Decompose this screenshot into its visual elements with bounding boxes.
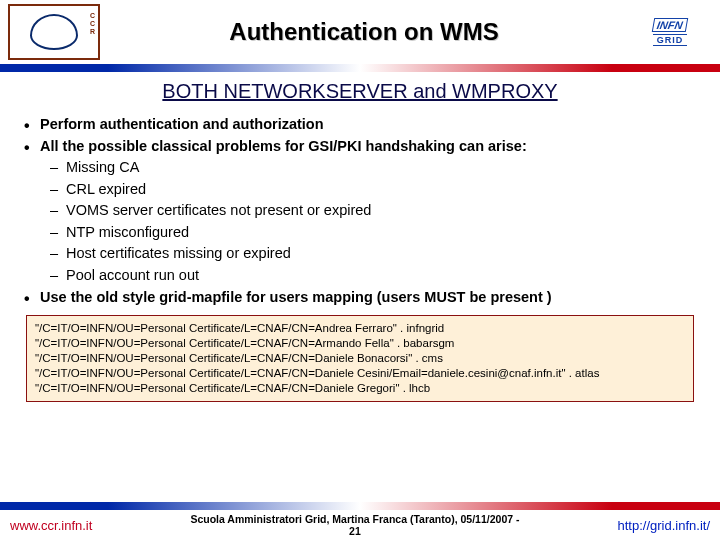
slide-header: CCR Authentication on WMS INFN GRID	[0, 0, 720, 64]
infn-text: INFN	[652, 18, 688, 32]
ccr-logo-text: CCR	[90, 12, 95, 36]
sub-bullet-item: CRL expired	[22, 180, 698, 200]
infn-grid-logo: INFN GRID	[628, 5, 712, 59]
sub-bullet-item: Host certificates missing or expired	[22, 244, 698, 264]
slide-footer: www.ccr.infn.it Scuola Amministratori Gr…	[0, 502, 720, 540]
footer-page-number: 21	[349, 525, 361, 537]
slide-subtitle: BOTH NETWORKSERVER and WMPROXY	[0, 80, 720, 103]
grid-mapfile-example: "/C=IT/O=INFN/OU=Personal Certificate/L=…	[26, 315, 694, 402]
footer-center-text: Scuola Amministratori Grid, Martina Fran…	[190, 513, 519, 537]
accent-bar-top	[0, 64, 720, 72]
sub-bullet-item: Pool account run out	[22, 266, 698, 286]
code-line: "/C=IT/O=INFN/OU=Personal Certificate/L=…	[35, 351, 685, 366]
bullet-item: Use the old style grid-mapfile for users…	[22, 288, 698, 308]
sub-bullet-item: VOMS server certificates not present or …	[22, 201, 698, 221]
ccr-logo: CCR	[8, 4, 100, 60]
code-line: "/C=IT/O=INFN/OU=Personal Certificate/L=…	[35, 381, 685, 396]
slide-title: Authentication on WMS	[100, 18, 628, 46]
code-line: "/C=IT/O=INFN/OU=Personal Certificate/L=…	[35, 336, 685, 351]
footer-left-url: www.ccr.infn.it	[10, 518, 92, 533]
sub-bullet-item: NTP misconfigured	[22, 223, 698, 243]
bullet-item: Perform authentication and authorization	[22, 115, 698, 135]
sub-bullet-item: Missing CA	[22, 158, 698, 178]
code-line: "/C=IT/O=INFN/OU=Personal Certificate/L=…	[35, 366, 685, 381]
footer-right-url: http://grid.infn.it/	[618, 518, 711, 533]
bullet-item: All the possible classical problems for …	[22, 137, 698, 157]
footer-event: Scuola Amministratori Grid, Martina Fran…	[190, 513, 519, 525]
slide-content: Perform authentication and authorization…	[0, 115, 720, 307]
ccr-logo-swirl	[30, 14, 78, 50]
grid-text: GRID	[653, 34, 688, 46]
accent-bar-bottom	[0, 502, 720, 510]
code-line: "/C=IT/O=INFN/OU=Personal Certificate/L=…	[35, 321, 685, 336]
